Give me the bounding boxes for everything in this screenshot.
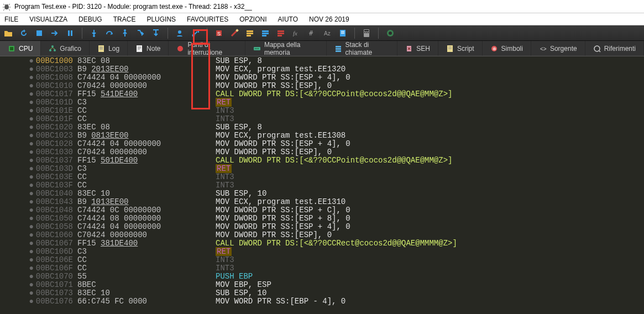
tab-label: SEH [416, 45, 430, 53]
run-to-user-icon[interactable] [175, 28, 185, 38]
step-into-icon[interactable] [89, 28, 99, 38]
disassembly-view[interactable]: ●00BC100083EC 08SUB ESP, 8●00BC1003B9 20… [0, 56, 644, 306]
address-gutter: ●00BC106D [0, 248, 77, 256]
tab-log[interactable]: Log [90, 41, 128, 56]
run-icon[interactable] [50, 28, 60, 38]
run-to-selection-icon[interactable] [190, 28, 200, 38]
menu-visualizza[interactable]: VISUALIZZA [29, 15, 67, 23]
menu-file[interactable]: FILE [4, 15, 18, 23]
trace-into-icon[interactable] [135, 28, 145, 38]
tab-grafico[interactable]: Grafico [41, 41, 90, 56]
address-gutter: ●00BC1070 [0, 273, 77, 281]
disasm-row[interactable]: ●00BC10718BECMOV EBP, ESP [0, 281, 644, 289]
disasm-row[interactable]: ●00BC106FCCINT3 [0, 264, 644, 273]
menu-aiuto[interactable]: AIUTO [278, 15, 298, 23]
address-gutter: ●00BC1017 [0, 90, 77, 98]
mnemonic-column: MOV DWORD PTR SS:[ESP + C], 0 [216, 206, 644, 214]
tab-memory-map[interactable]: Mappa della memoria [245, 41, 327, 56]
disasm-row[interactable]: ●00BC101DC3RET [0, 98, 644, 107]
bytes-column: B9 2013EE00 [77, 65, 216, 74]
disasm-row[interactable]: ●00BC106DC3RET [0, 248, 644, 256]
disasm-row[interactable]: ●00BC107055PUSH EBP [0, 273, 644, 281]
disasm-row[interactable]: ●00BC102083EC 08SUB ESP, 8 [0, 123, 644, 132]
disasm-row[interactable]: ●00BC103ECCINT3 [0, 173, 644, 181]
variables-icon[interactable]: # [307, 28, 317, 38]
svg-rect-32 [366, 32, 367, 33]
disasm-row[interactable]: ●00BC1023B9 0813EE00MOV ECX, program tes… [0, 132, 644, 140]
menu-plugins[interactable]: PLUGINS [146, 15, 176, 23]
comments-icon[interactable] [245, 28, 255, 38]
disasm-row[interactable]: ●00BC1043B9 1013EE00MOV ECX, program tes… [0, 198, 644, 206]
restart-icon[interactable] [19, 28, 29, 38]
disasm-row[interactable]: ●00BC1048C74424 0C 00000000MOV DWORD PTR… [0, 206, 644, 214]
disasm-row[interactable]: ●00BC104083EC 10SUB ESP, 10 [0, 190, 644, 198]
pause-icon[interactable] [65, 28, 75, 38]
tab-call-stack[interactable]: Stack di chiamate [327, 41, 398, 56]
svg-rect-31 [364, 32, 365, 33]
bytes-column: 8BEC [77, 281, 216, 289]
svg-rect-50 [336, 48, 341, 50]
disasm-row[interactable]: ●00BC103DC3RET [0, 165, 644, 173]
mnemonic-column: INT3 [216, 264, 644, 273]
menu-opzioni[interactable]: OPZIONI [239, 15, 266, 23]
svg-rect-16 [262, 30, 269, 32]
disasm-row[interactable]: ●00BC101FCCINT3 [0, 115, 644, 123]
step-out-icon[interactable] [120, 28, 130, 38]
tab-breakpoints[interactable]: Punti di interruzione [169, 41, 245, 56]
patches-icon[interactable] [229, 28, 239, 38]
bookmarks-icon[interactable] [276, 28, 286, 38]
step-over-icon[interactable] [104, 28, 114, 38]
tab-source[interactable]: <> Sorgente [531, 41, 585, 56]
tab-cpu[interactable]: CPU [0, 41, 41, 56]
disasm-row[interactable]: ●00BC100083EC 08SUB ESP, 8 [0, 57, 644, 65]
labels-icon[interactable] [260, 28, 270, 38]
disasm-row[interactable]: ●00BC101ECCINT3 [0, 107, 644, 115]
address-gutter: ●00BC1043 [0, 198, 77, 206]
tab-symbols[interactable]: ⊗ Simboli [483, 41, 531, 56]
disasm-row[interactable]: ●00BC1037FF15 501DE400CALL DWORD PTR DS:… [0, 156, 644, 165]
disasm-row[interactable]: ●00BC1067FF15 381DE400CALL DWORD PTR DS:… [0, 239, 644, 248]
settings-icon[interactable] [385, 28, 395, 38]
disasm-row[interactable]: ●00BC1058C74424 04 00000000MOV DWORD PTR… [0, 223, 644, 231]
tab-note[interactable]: Note [128, 41, 169, 56]
menu-date[interactable]: NOV 26 2019 [309, 15, 349, 23]
disasm-row[interactable]: ●00BC1017FF15 541DE400CALL DWORD PTR DS:… [0, 90, 644, 98]
address-gutter: ●00BC101F [0, 115, 77, 123]
disasm-row[interactable]: ●00BC1028C74424 04 00000000MOV DWORD PTR… [0, 140, 644, 148]
disasm-row[interactable]: ●00BC103FCCINT3 [0, 181, 644, 190]
tab-label: Log [108, 45, 119, 53]
mnemonic-column: CALL DWORD PTR DS:[<&??0CCRect@cocos2d@@… [216, 239, 644, 248]
svg-rect-18 [262, 35, 266, 36]
tab-seh[interactable]: SEH [397, 41, 438, 56]
disasm-row[interactable]: ●00BC1003B9 2013EE00MOV ECX, program tes… [0, 65, 644, 74]
svg-rect-5 [71, 30, 72, 36]
tab-script[interactable]: Script [438, 41, 483, 56]
stop-icon[interactable] [34, 28, 44, 38]
functions-icon[interactable]: fx [291, 28, 301, 38]
disasm-row[interactable]: ●00BC1050C74424 08 00000000MOV DWORD PTR… [0, 214, 644, 223]
mnemonic-column: MOV ECX, program test.EE1308 [216, 132, 644, 140]
disasm-row[interactable]: ●00BC1010C70424 00000000MOV DWORD PTR SS… [0, 82, 644, 90]
disasm-row[interactable]: ●00BC106ECCINT3 [0, 256, 644, 264]
tab-references[interactable]: Riferimenti [585, 41, 644, 56]
mnemonic-column: MOV DWORD PTR SS:[ESP + 4], 0 [216, 140, 644, 148]
scylla-icon[interactable]: S [214, 28, 224, 38]
svg-point-57 [594, 46, 600, 51]
strings-icon[interactable]: Az [322, 28, 332, 38]
disasm-row[interactable]: ●00BC107383EC 10SUB ESP, 10 [0, 289, 644, 297]
open-folder-icon[interactable] [3, 28, 13, 38]
svg-rect-15 [247, 35, 251, 36]
calculator-icon[interactable] [362, 28, 371, 38]
window-title: Program Test.exe - PID: 3120 - Module: p… [14, 3, 252, 11]
calls-icon[interactable] [338, 28, 348, 38]
bytes-column: C74424 04 00000000 [77, 223, 216, 231]
disasm-row[interactable]: ●00BC1030C70424 00000000MOV DWORD PTR SS… [0, 148, 644, 156]
trace-over-icon[interactable] [151, 28, 161, 38]
disasm-row[interactable]: ●00BC1008C74424 04 00000000MOV DWORD PTR… [0, 74, 644, 82]
disasm-row[interactable]: ●00BC107666:C745 FC 0000MOV WORD PTR SS:… [0, 297, 644, 306]
menu-trace[interactable]: TRACE [113, 15, 136, 23]
symbols-icon: ⊗ [490, 45, 498, 53]
menu-debug[interactable]: DEBUG [78, 15, 102, 23]
disasm-row[interactable]: ●00BC1060C70424 00000000MOV DWORD PTR SS… [0, 231, 644, 239]
menu-favourites[interactable]: FAVOURITES [187, 15, 228, 23]
